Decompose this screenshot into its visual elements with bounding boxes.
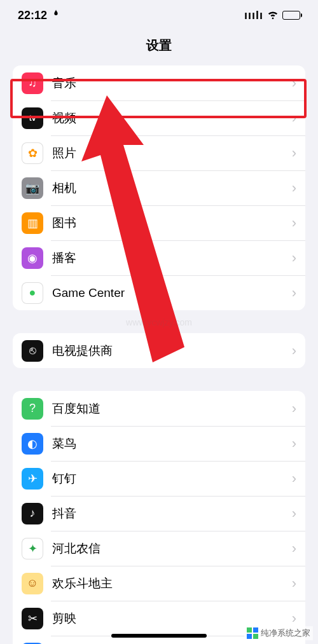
row-label: 视频 xyxy=(52,110,292,127)
dingtalk-icon: ✈ xyxy=(22,468,43,490)
tvprovider-icon: ⎋ xyxy=(22,340,43,362)
jianying-icon: ✂ xyxy=(22,608,43,629)
chevron-right-icon: › xyxy=(292,505,296,522)
camera-icon: 📷 xyxy=(22,177,43,199)
row-label: 钉钉 xyxy=(52,470,292,487)
row-label: 图书 xyxy=(52,215,292,231)
svg-rect-3 xyxy=(247,634,252,639)
settings-row-tv[interactable]: tv视频› xyxy=(13,100,305,135)
settings-row-douyin[interactable]: ♪抖音› xyxy=(13,496,305,531)
photos-icon: ✿ xyxy=(22,142,43,164)
settings-row-hbnx[interactable]: ✦河北农信› xyxy=(13,531,305,566)
status-right: ııılı xyxy=(244,9,300,22)
podcasts-icon: ◉ xyxy=(22,247,43,269)
chevron-right-icon: › xyxy=(292,75,296,92)
row-label: 播客 xyxy=(52,250,292,266)
gamecenter-icon: ● xyxy=(22,282,43,304)
settings-row-podcasts[interactable]: ◉播客› xyxy=(13,240,305,275)
settings-list: ♫音乐›tv视频›✿照片›📷相机›▥图书›◉播客›●Game Center›⎋电… xyxy=(0,65,318,644)
settings-row-tvprovider[interactable]: ⎋电视提供商› xyxy=(13,333,305,368)
chevron-right-icon: › xyxy=(292,343,296,359)
chevron-right-icon: › xyxy=(292,401,296,417)
hlddz-icon: ☺ xyxy=(22,573,43,594)
watermark-logo-icon xyxy=(247,627,258,639)
status-bar: 22:12 ııılı xyxy=(0,0,318,31)
row-label: 照片 xyxy=(52,145,292,161)
svg-rect-4 xyxy=(253,634,258,639)
chevron-right-icon: › xyxy=(292,250,296,266)
chevron-right-icon: › xyxy=(292,575,296,592)
baidu-icon: ? xyxy=(22,398,43,420)
row-label: 剪映 xyxy=(52,610,292,627)
row-label: 菜鸟 xyxy=(52,435,292,452)
settings-row-music[interactable]: ♫音乐› xyxy=(13,65,305,100)
settings-row-gamecenter[interactable]: ●Game Center› xyxy=(13,275,305,310)
appletv-icon: tv xyxy=(22,107,43,129)
settings-group: ♫音乐›tv视频›✿照片›📷相机›▥图书›◉播客›●Game Center› xyxy=(13,65,305,310)
chevron-right-icon: › xyxy=(292,215,296,231)
chevron-right-icon: › xyxy=(292,610,296,627)
chevron-right-icon: › xyxy=(292,110,296,127)
status-left: 22:12 xyxy=(18,9,61,22)
row-label: 电视提供商 xyxy=(52,343,292,359)
settings-row-cainiao[interactable]: ◐菜鸟› xyxy=(13,426,305,461)
row-label: Game Center xyxy=(52,286,292,300)
settings-group: ⎋电视提供商› xyxy=(13,333,305,368)
watermark-url: www.ycwjzy.com xyxy=(126,317,192,327)
chevron-right-icon: › xyxy=(292,470,296,487)
cellular-icon: ııılı xyxy=(244,9,263,22)
row-label: 欢乐斗地主 xyxy=(52,575,292,592)
settings-row-dingtalk[interactable]: ✈钉钉› xyxy=(13,461,305,496)
page-title: 设置 xyxy=(0,31,318,65)
settings-row-photos[interactable]: ✿照片› xyxy=(13,135,305,170)
focus-icon xyxy=(51,9,61,22)
chevron-right-icon: › xyxy=(292,180,296,196)
books-icon: ▥ xyxy=(22,212,43,234)
svg-rect-2 xyxy=(253,627,258,633)
settings-row-baiduzhdao[interactable]: ?百度知道› xyxy=(13,391,305,426)
watermark-brand: 纯净系统之家 xyxy=(244,626,313,640)
settings-group: ?百度知道›◐菜鸟›✈钉钉›♪抖音›✦河北农信›☺欢乐斗地主›✂剪映›12交管 … xyxy=(13,391,305,644)
wifi-icon xyxy=(267,9,279,22)
row-label: 抖音 xyxy=(52,505,292,522)
settings-row-camera[interactable]: 📷相机› xyxy=(13,170,305,205)
chevron-right-icon: › xyxy=(292,145,296,161)
svg-rect-1 xyxy=(247,627,252,633)
cainiao-icon: ◐ xyxy=(22,433,43,455)
chevron-right-icon: › xyxy=(292,285,296,301)
chevron-right-icon: › xyxy=(292,435,296,452)
settings-row-books[interactable]: ▥图书› xyxy=(13,205,305,240)
chevron-right-icon: › xyxy=(292,540,296,557)
row-label: 河北农信 xyxy=(52,540,292,557)
battery-icon xyxy=(282,11,300,20)
hbnx-icon: ✦ xyxy=(22,538,43,559)
watermark-text: 纯净系统之家 xyxy=(261,627,310,639)
row-label: 音乐 xyxy=(52,75,292,92)
douyin-icon: ♪ xyxy=(22,503,43,524)
music-icon: ♫ xyxy=(22,72,43,94)
row-label: 百度知道 xyxy=(52,401,292,417)
home-indicator xyxy=(111,634,207,638)
settings-row-hlddz[interactable]: ☺欢乐斗地主› xyxy=(13,566,305,601)
row-label: 相机 xyxy=(52,180,292,196)
status-time: 22:12 xyxy=(18,9,47,22)
